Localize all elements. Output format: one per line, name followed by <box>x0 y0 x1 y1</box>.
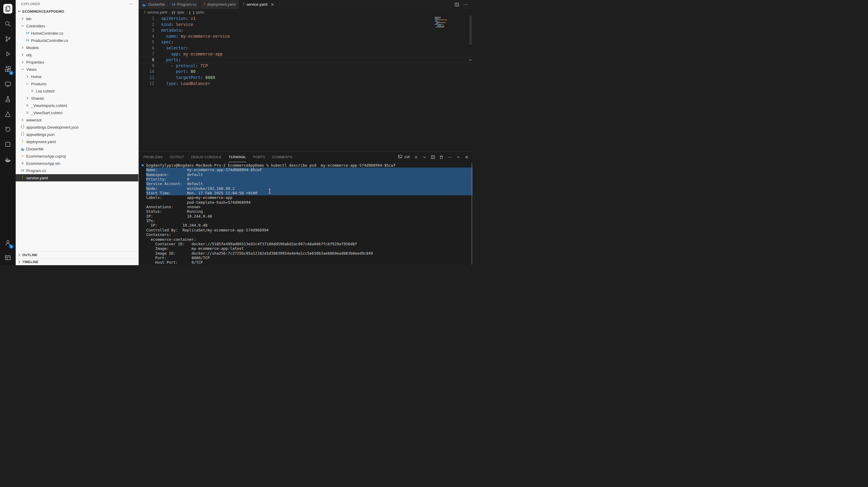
minimap[interactable] <box>435 17 468 28</box>
tree-item-program-cs[interactable]: C#Program.cs <box>16 167 138 174</box>
tree-item-home[interactable]: Home <box>16 73 138 80</box>
tree-item-viewimports-cshtml[interactable]: ≡_ViewImports.cshtml <box>16 102 138 109</box>
yaml-file-icon: ! <box>22 140 24 144</box>
activity-item-azure[interactable] <box>1 107 14 122</box>
tab-deployment-yaml[interactable]: !deployment.yaml <box>200 0 239 9</box>
tree-item-wwwroot[interactable]: wwwroot <box>16 116 138 124</box>
activity-item-run-debug[interactable] <box>1 47 14 61</box>
tree-item-label: Home <box>31 74 41 79</box>
terminal-output-line: Priority: 0 <box>146 177 472 181</box>
source-control-icon <box>4 36 11 42</box>
activity-item-account[interactable]: 1 <box>1 235 14 250</box>
activity-item-testing[interactable] <box>1 92 14 107</box>
tree-item-products[interactable]: Products <box>16 80 138 87</box>
tree-item-list-cshtml[interactable]: ≡List.cshtml <box>16 87 138 95</box>
panel-action-chevron-up[interactable] <box>456 155 461 159</box>
tree-item-productscontroller-cs[interactable]: C#ProductsController.cs <box>16 37 138 44</box>
breadcrumb-item-ports[interactable]: [ ]ports <box>189 10 204 14</box>
file-tree: binControllersC#HomeController.csC#Produ… <box>16 15 138 251</box>
sidebar-more-icon[interactable] <box>129 1 133 6</box>
editor-scrollbar[interactable] <box>469 16 472 152</box>
code-editor[interactable]: 1apiVersion: v12kind: Service3metadata:4… <box>138 16 472 152</box>
panel-tab-comments[interactable]: COMMENTS <box>272 152 292 162</box>
code-line-8[interactable]: 8 ports: <box>138 57 472 63</box>
panel-action-split-editor[interactable] <box>431 155 435 159</box>
activity-item-source-control[interactable] <box>1 31 14 47</box>
close-icon[interactable] <box>270 2 275 7</box>
tree-item-dockerfile[interactable]: Dockerfile <box>16 145 138 152</box>
tree-item-views[interactable]: Views <box>16 66 138 73</box>
terminal-output-line: Port: 8080/TCP <box>146 255 472 260</box>
terminal-view[interactable]: bogdanfylypiv@Bogdans-MacBook-Pro-2 Ecom… <box>138 162 472 265</box>
tab-dockerfile[interactable]: Dockerfile <box>138 0 169 9</box>
tree-item-ecommerceapp-sln[interactable]: ≡EcommerceApp.sln <box>16 160 138 167</box>
sidebar-section-timeline[interactable]: TIMELINE <box>16 258 138 265</box>
tree-item-appsettings-json[interactable]: {}appsettings.json <box>16 131 138 138</box>
code-line-9[interactable]: 9 - protocol: TCP <box>138 63 472 69</box>
panel-tab-problems[interactable]: PROBLEMS <box>144 152 163 162</box>
tab-service-yaml[interactable]: !service.yaml <box>239 0 278 9</box>
breadcrumb-item-service-yaml[interactable]: !service.yaml <box>144 10 167 14</box>
activity-item-remote-explorer[interactable] <box>1 77 14 92</box>
terminal-command-line[interactable]: bogdanfylypiv@Bogdans-MacBook-Pro-2 Ecom… <box>146 163 472 168</box>
panel-action-trash[interactable] <box>439 155 444 159</box>
panel-action-close[interactable] <box>464 155 469 159</box>
panel-tab-ports[interactable]: PORTS <box>253 152 265 162</box>
terminal-scrollbar[interactable] <box>471 163 472 265</box>
panel-action-chevron-down[interactable] <box>422 155 427 159</box>
panel-tab-output[interactable]: OUTPUT <box>170 152 184 162</box>
activity-item-files[interactable] <box>1 1 14 16</box>
tree-item-deployment-yaml[interactable]: !deployment.yaml <box>16 138 138 145</box>
panel-tab-terminal[interactable]: TERMINAL <box>228 152 246 162</box>
panel-tab-debug-console[interactable]: DEBUG CONSOLE <box>191 152 221 162</box>
tab-label: service.yaml <box>247 2 267 7</box>
editor-action-split-editor[interactable] <box>455 2 459 7</box>
code-line-1[interactable]: 1apiVersion: v1 <box>138 16 472 22</box>
line-number: 10 <box>138 69 154 75</box>
line-number: 4 <box>138 33 154 39</box>
code-line-5[interactable]: 5spec: <box>138 39 472 45</box>
tree-item-bin[interactable]: bin <box>16 15 138 22</box>
code-line-4[interactable]: 4 name: my-ecommerce-service <box>138 33 472 39</box>
panel-action-ellipsis[interactable] <box>447 155 452 159</box>
breadcrumb-item-spec[interactable]: {}spec <box>172 10 184 14</box>
activity-item-grid[interactable] <box>1 250 14 265</box>
tree-item-viewstart-cshtml[interactable]: ≡_ViewStart.cshtml <box>16 109 138 116</box>
tree-item-properties[interactable]: Properties <box>16 58 138 66</box>
tab-label: Dockerfile <box>148 2 165 7</box>
terminal-output-line: Namespace: default <box>146 172 472 177</box>
tree-item-appsettings-development-json[interactable]: {}appsettings.Development.json <box>16 124 138 131</box>
activity-item-docker-square[interactable] <box>1 137 14 152</box>
terminal-output-line: Labels: app=my-ecommerce-app <box>146 195 472 200</box>
tree-item-shared[interactable]: Shared <box>16 95 138 102</box>
activity-item-docker-whale[interactable] <box>1 152 14 167</box>
activity-item-history[interactable] <box>1 122 14 137</box>
cs-file-icon: C# <box>172 3 176 6</box>
tree-item-obj[interactable]: obj <box>16 51 138 58</box>
code-line-11[interactable]: 11 targetPort: 8080 <box>138 75 472 81</box>
tree-item-controllers[interactable]: Controllers <box>16 22 138 30</box>
tree-item-label: appsettings.Development.json <box>26 125 79 129</box>
code-line-10[interactable]: 10 port: 80 <box>138 69 472 75</box>
activity-item-extensions[interactable]: 1 <box>1 61 14 77</box>
terminal-content: bogdanfylypiv@Bogdans-MacBook-Pro-2 Ecom… <box>138 162 472 265</box>
sidebar-section-outline[interactable]: OUTLINE <box>16 251 138 258</box>
tree-item-homecontroller-cs[interactable]: C#HomeController.cs <box>16 30 138 37</box>
code-line-12[interactable]: 12 type: LoadBalancer <box>138 81 472 87</box>
tab-program-cs[interactable]: C#Program.cs <box>169 0 200 9</box>
tree-item-ecommerceapp-csproj[interactable]: ≈EcommerceApp.csproj <box>16 152 138 160</box>
scrollbar-thumb[interactable] <box>469 16 472 44</box>
panel-action-plus[interactable] <box>414 155 418 159</box>
chevron-right-icon <box>20 16 25 21</box>
activity-item-search[interactable] <box>1 16 14 31</box>
code-line-7[interactable]: 7 app: my-ecommerce-app <box>138 51 472 57</box>
project-root-row[interactable]: ECOMMERCEAPPDEMO <box>16 8 138 15</box>
tree-item-models[interactable]: Models <box>16 44 138 51</box>
editor-action-ellipsis[interactable] <box>463 2 468 7</box>
code-line-3[interactable]: 3metadata: <box>138 27 472 33</box>
code-line-6[interactable]: 6 selector: <box>138 45 472 51</box>
tree-item-service-yaml[interactable]: !service.yaml <box>16 174 138 181</box>
shell-selector[interactable]: zsh <box>398 154 410 160</box>
code-line-2[interactable]: 2kind: Service <box>138 22 472 28</box>
line-number: 9 <box>138 63 154 69</box>
